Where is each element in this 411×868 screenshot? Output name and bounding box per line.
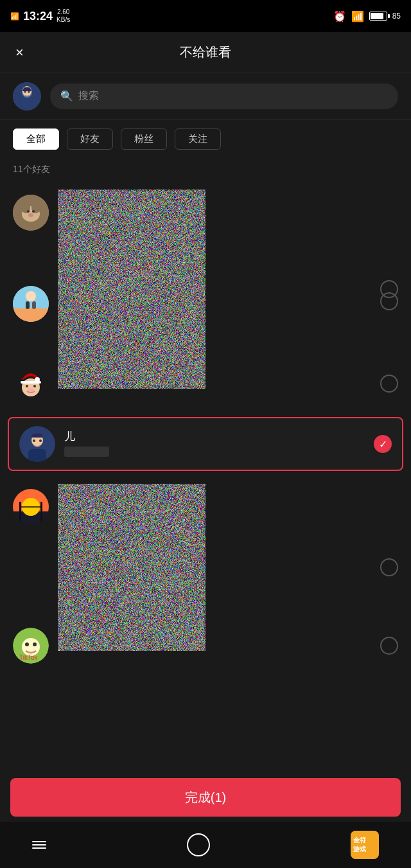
svg-rect-3 xyxy=(19,100,35,111)
tab-friends[interactable]: 好友 xyxy=(67,128,113,150)
page-header: × 不给谁看 xyxy=(0,32,411,73)
svg-point-11 xyxy=(27,210,30,213)
avatar xyxy=(13,195,49,231)
user-info: 儿 xyxy=(64,429,374,459)
search-input[interactable]: 🔍 搜索 xyxy=(50,84,398,109)
select-checkbox[interactable] xyxy=(380,375,398,393)
svg-text:TikTok: TikTok xyxy=(19,654,39,661)
user-list xyxy=(0,182,411,412)
user-avatar xyxy=(13,82,41,111)
filter-tabs: 全部 好友 粉丝 关注 xyxy=(0,120,411,159)
alarm-icon: ⏰ xyxy=(333,10,346,22)
list-item[interactable]: TikTok xyxy=(0,620,411,671)
search-placeholder: 搜索 xyxy=(78,89,99,103)
complete-button-label: 完成(1) xyxy=(185,789,226,806)
svg-rect-30 xyxy=(28,449,46,462)
svg-rect-17 xyxy=(26,301,30,309)
svg-rect-15 xyxy=(13,308,49,322)
svg-point-13 xyxy=(28,213,33,217)
svg-point-29 xyxy=(39,439,42,442)
status-right: ⏰ 📶 85 xyxy=(333,10,401,22)
tab-fans[interactable]: 粉丝 xyxy=(121,128,167,150)
svg-point-28 xyxy=(33,439,35,442)
list-item[interactable] xyxy=(0,273,411,330)
status-time: 13:24 xyxy=(23,10,53,23)
signal-indicator: 📶 xyxy=(10,12,19,21)
menu-line-1 xyxy=(32,841,46,842)
brand-logo-area[interactable]: 金符 游戏 xyxy=(351,831,379,859)
svg-text:金符: 金符 xyxy=(353,837,367,844)
svg-rect-43 xyxy=(351,831,379,859)
svg-rect-18 xyxy=(32,301,36,309)
list-item[interactable] xyxy=(0,355,411,412)
user-name: 儿 xyxy=(64,429,374,444)
select-checkbox[interactable] xyxy=(380,558,398,576)
bottom-nav: 金符 游戏 xyxy=(0,822,411,868)
brand-icon: 金符 游戏 xyxy=(351,831,379,859)
avatar xyxy=(13,286,49,322)
status-left: 📶 13:24 2.60KB/s xyxy=(10,8,70,24)
avatar xyxy=(19,426,55,462)
svg-point-25 xyxy=(28,388,34,392)
avatar: TikTok xyxy=(13,628,49,664)
page-title: 不给谁看 xyxy=(180,44,231,61)
svg-point-16 xyxy=(26,291,36,301)
svg-rect-36 xyxy=(40,502,42,525)
tab-all[interactable]: 全部 xyxy=(13,128,59,150)
svg-text:游戏: 游戏 xyxy=(353,846,366,853)
section-title: 11个好友 xyxy=(0,159,411,182)
wifi-icon: 📶 xyxy=(351,10,364,22)
battery-percent: 85 xyxy=(392,12,401,21)
svg-point-12 xyxy=(32,210,35,213)
avatar xyxy=(13,489,49,525)
network-speed: 2.60KB/s xyxy=(57,8,70,24)
status-bar: 📶 13:24 2.60KB/s ⏰ 📶 85 xyxy=(0,0,411,32)
user-list-continued: TikTok xyxy=(0,476,411,671)
svg-rect-35 xyxy=(19,502,21,525)
tab-following[interactable]: 关注 xyxy=(175,128,221,150)
blurred-sub xyxy=(64,447,109,457)
close-button[interactable]: × xyxy=(15,44,24,61)
svg-point-6 xyxy=(28,91,30,93)
svg-point-22 xyxy=(35,377,40,382)
menu-line-3 xyxy=(32,847,46,849)
svg-point-40 xyxy=(25,642,29,646)
user-sub-content xyxy=(64,447,116,459)
avatar-image xyxy=(13,82,41,111)
svg-point-41 xyxy=(33,642,37,646)
svg-point-23 xyxy=(26,385,28,387)
complete-button[interactable]: 完成(1) xyxy=(10,778,401,817)
svg-point-5 xyxy=(24,91,26,93)
select-checkbox[interactable] xyxy=(380,292,398,310)
home-button[interactable] xyxy=(187,833,210,856)
menu-line-2 xyxy=(32,844,46,846)
menu-button[interactable] xyxy=(32,841,46,849)
select-checkbox-checked[interactable]: ✓ xyxy=(374,435,392,453)
selected-list-item[interactable]: 儿 ✓ xyxy=(8,417,403,471)
avatar xyxy=(13,368,49,404)
search-bar: 🔍 搜索 xyxy=(0,73,411,120)
select-checkbox[interactable] xyxy=(380,637,398,655)
battery-indicator xyxy=(369,12,387,21)
checkmark-icon: ✓ xyxy=(379,438,387,450)
svg-point-24 xyxy=(33,385,36,387)
